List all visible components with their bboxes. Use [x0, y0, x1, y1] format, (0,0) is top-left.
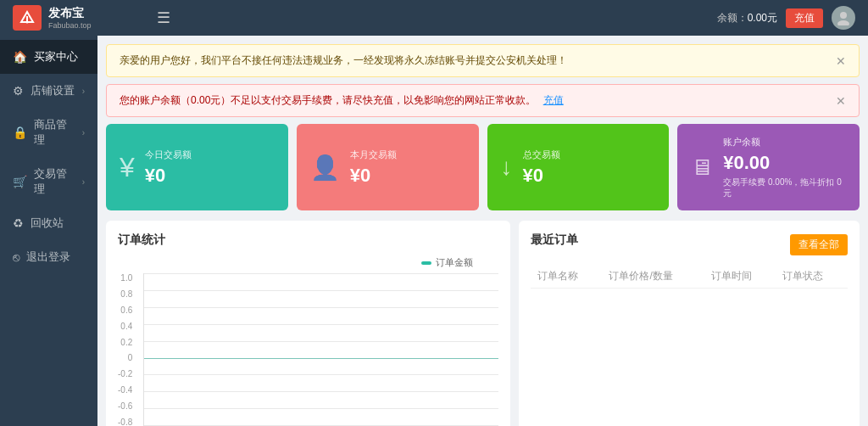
orders-header: 最近订单 查看全部 [531, 233, 848, 256]
grid [144, 273, 498, 426]
content-area: 亲爱的用户您好，我们平台不接任何违法违规业务，一经发现将永久冻结账号并提交公安机… [97, 36, 868, 426]
svg-point-3 [840, 12, 847, 19]
chart-legend: 订单金额 [118, 256, 473, 269]
stat-balance-note: 交易手续费 0.00%，拖斗折扣 0元 [723, 177, 846, 199]
chevron-right-icon: › [82, 87, 85, 96]
chart-wrapper: 1.0 0.8 0.6 0.4 0.2 0 -0.2 -0.4 -0.6 -0.… [143, 273, 498, 426]
sidebar-label-product-mgmt: 商品管理 [34, 117, 75, 148]
logo-text-area: 发布宝 Fabubao.top [48, 6, 92, 30]
alert-balance: 您的账户余额（0.00元）不足以支付交易手续费，请尽快充值，以免影响您的网站正常… [106, 84, 860, 117]
logo-icon [19, 9, 36, 26]
yen-icon: ¥ [120, 152, 135, 183]
stat-today-value: ¥0 [145, 165, 275, 187]
stat-balance-info: 账户余额 ¥0.00 交易手续费 0.00%，拖斗折扣 0元 [723, 136, 846, 199]
stat-card-monthly: 👤 本月交易额 ¥0 [297, 124, 479, 210]
legend-dot [421, 261, 431, 265]
alert-warning: 亲爱的用户您好，我们平台不接任何违法违规业务，一经发现将永久冻结账号并提交公安机… [106, 44, 860, 77]
orders-table: 订单名称 订单价格/数量 订单时间 订单状态 [531, 265, 848, 289]
stat-card-total: ↓ 总交易额 ¥0 [487, 124, 670, 210]
stat-total-info: 总交易额 ¥0 [523, 149, 656, 187]
alert-balance-link[interactable]: 充值 [543, 94, 564, 106]
chart-area [143, 273, 498, 426]
svg-point-2 [26, 21, 29, 24]
chevron-right-icon2: › [82, 128, 85, 137]
download-icon: ↓ [501, 154, 513, 181]
svg-point-4 [837, 20, 849, 25]
sidebar-label-store-settings: 店铺设置 [31, 83, 75, 98]
stat-card-today: ¥ 今日交易额 ¥0 [106, 124, 288, 210]
home-icon: 🏠 [13, 50, 27, 64]
cart-icon: 🛒 [13, 175, 27, 188]
sidebar-item-product-mgmt[interactable]: 🔒 商品管理 › [0, 108, 97, 157]
monitor-icon: 🖥 [691, 154, 713, 181]
avatar [832, 6, 855, 30]
gear-icon: ⚙ [13, 84, 24, 98]
stat-balance-label: 账户余额 [723, 136, 846, 149]
logo-area: 发布宝 Fabubao.top [13, 5, 148, 31]
col-order-status: 订单状态 [776, 265, 848, 289]
y-axis: 1.0 0.8 0.6 0.4 0.2 0 -0.2 -0.4 -0.6 -0.… [118, 273, 132, 426]
person-icon: 👤 [310, 154, 340, 182]
col-order-price: 订单价格/数量 [602, 265, 704, 289]
recent-orders-panel: 最近订单 查看全部 订单名称 订单价格/数量 订单时间 订单状态 [519, 221, 860, 426]
chart-panel-title: 订单统计 [118, 233, 498, 248]
alert-balance-text: 您的账户余额（0.00元）不足以支付交易手续费，请尽快充值，以免影响您的网站正常… [120, 93, 564, 108]
stat-monthly-label: 本月交易额 [350, 149, 465, 161]
sidebar-label-recycle: 回收站 [31, 216, 64, 231]
stat-card-balance: 🖥 账户余额 ¥0.00 交易手续费 0.00%，拖斗折扣 0元 [677, 124, 860, 210]
sidebar-item-buyer-center[interactable]: 🏠 买家中心 [0, 40, 97, 74]
sidebar-item-store-settings[interactable]: ⚙ 店铺设置 › [0, 74, 97, 108]
lock-icon: 🔒 [13, 126, 27, 139]
stat-monthly-value: ¥0 [350, 165, 465, 187]
logo-box [13, 5, 42, 31]
sidebar-item-logout[interactable]: ⎋ 退出登录 [0, 240, 97, 274]
stat-balance-value: ¥0.00 [723, 152, 846, 174]
hamburger-button[interactable]: ☰ [157, 8, 170, 27]
stat-total-value: ¥0 [523, 165, 656, 187]
sidebar: 🏠 买家中心 ⚙ 店铺设置 › 🔒 商品管理 › 🛒 交易管理 › ♻ 回收站 … [0, 36, 97, 426]
topbar: 发布宝 Fabubao.top ☰ 余额：0.00元 充值 [0, 0, 868, 36]
sidebar-label-buyer-center: 买家中心 [34, 49, 78, 64]
sidebar-label-logout: 退出登录 [26, 249, 70, 265]
recycle-icon: ♻ [13, 216, 24, 230]
stat-today-label: 今日交易额 [145, 149, 275, 161]
sidebar-label-transaction: 交易管理 [34, 166, 75, 197]
topbar-recharge-button[interactable]: 充值 [786, 8, 823, 28]
col-order-name: 订单名称 [531, 265, 602, 289]
balance-label: 余额：0.00元 [717, 11, 777, 25]
view-all-button[interactable]: 查看全部 [790, 234, 848, 255]
stat-today-info: 今日交易额 ¥0 [145, 149, 275, 187]
alert-warning-close[interactable]: ✕ [836, 54, 846, 68]
logo-name: 发布宝 [48, 6, 92, 21]
logout-icon: ⎋ [13, 250, 19, 264]
topbar-right: 余额：0.00元 充值 [717, 6, 855, 30]
logo-sub: Fabubao.top [48, 21, 92, 30]
main-layout: 🏠 买家中心 ⚙ 店铺设置 › 🔒 商品管理 › 🛒 交易管理 › ♻ 回收站 … [0, 36, 868, 426]
stat-monthly-info: 本月交易额 ¥0 [350, 149, 465, 187]
stat-cards: ¥ 今日交易额 ¥0 👤 本月交易额 ¥0 ↓ 总交易额 ¥0 [106, 124, 860, 210]
table-header-row: 订单名称 订单价格/数量 订单时间 订单状态 [531, 265, 848, 289]
legend-label: 订单金额 [436, 256, 473, 269]
stat-total-label: 总交易额 [523, 149, 656, 161]
alert-warning-text: 亲爱的用户您好，我们平台不接任何违法违规业务，一经发现将永久冻结账号并提交公安机… [120, 53, 567, 68]
chevron-right-icon3: › [82, 177, 85, 187]
orders-title: 最近订单 [531, 233, 578, 248]
order-chart-panel: 订单统计 订单金额 1.0 0.8 0.6 0.4 0.2 0 -0.2 -0.… [106, 221, 510, 426]
sidebar-item-recycle[interactable]: ♻ 回收站 [0, 206, 97, 240]
sidebar-item-transaction-mgmt[interactable]: 🛒 交易管理 › [0, 157, 97, 206]
alert-balance-close[interactable]: ✕ [836, 94, 846, 108]
zero-line [144, 358, 498, 359]
bottom-row: 订单统计 订单金额 1.0 0.8 0.6 0.4 0.2 0 -0.2 -0.… [106, 221, 860, 426]
col-order-time: 订单时间 [704, 265, 776, 289]
